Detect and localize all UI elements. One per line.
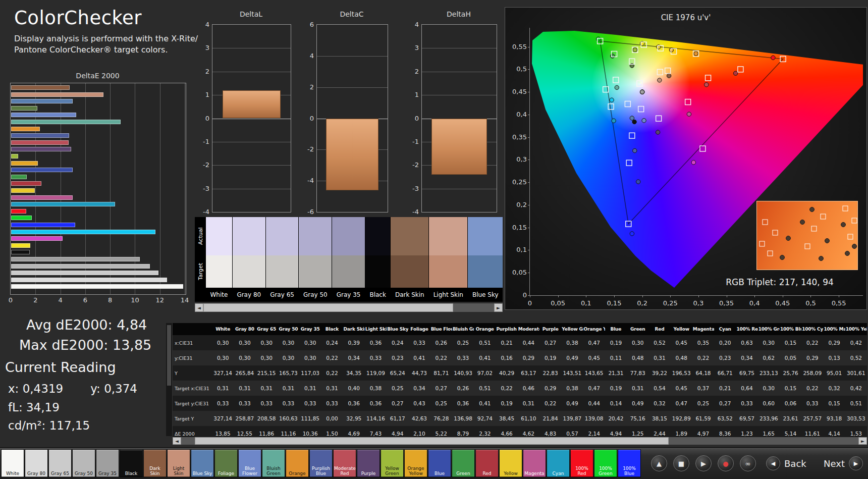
back-button[interactable]: ◀ Back xyxy=(766,456,806,470)
toolbar-swatch-cyan[interactable]: Cyan xyxy=(547,449,570,477)
scroll-left-button[interactable]: ◄ xyxy=(173,437,181,445)
compare-column[interactable]: Gray 65 xyxy=(266,217,299,302)
toolbar-swatch-100-green[interactable]: 100% Green xyxy=(594,449,617,477)
axis-tick-label: -2 xyxy=(400,161,419,169)
next-button[interactable]: Next ▶ xyxy=(824,456,863,470)
loop-button[interactable]: ∞ xyxy=(740,455,756,471)
delta-bar xyxy=(223,90,281,119)
table-cell: 0,15 xyxy=(823,396,845,411)
table-cell: 0,31 xyxy=(648,350,670,365)
toolbar-swatch-orange-yellow[interactable]: Orange Yellow xyxy=(404,449,427,477)
grid-line xyxy=(212,119,291,119)
axis-tick-label: 0,15 xyxy=(506,224,527,231)
inset-target-marker xyxy=(852,218,857,223)
scroll-track[interactable] xyxy=(181,437,858,445)
scroll-right-button[interactable]: ► xyxy=(494,303,503,312)
scroll-thumb[interactable] xyxy=(195,437,669,445)
table-cell: 0,36 xyxy=(365,396,387,411)
toolbar-swatch-dark-skin[interactable]: Dark Skin xyxy=(143,449,167,477)
eject-button[interactable]: ▲ xyxy=(651,455,667,471)
target-swatch xyxy=(429,255,467,288)
row-label: Target Y xyxy=(173,411,212,426)
toolbar-swatch-black[interactable]: Black xyxy=(120,449,143,477)
compare-column[interactable]: Black xyxy=(365,217,390,302)
axis-tick-label: 0,1 xyxy=(506,246,527,253)
column-header: Red xyxy=(648,323,670,335)
compare-scrollbar[interactable]: ◄ ► xyxy=(195,303,503,312)
max-de2000-readout: Max dE2000: 13,85 xyxy=(19,337,151,353)
table-cell: 0,13 xyxy=(823,350,845,365)
inset-target-marker xyxy=(804,244,810,249)
toolbar-swatch-gray-50[interactable]: Gray 50 xyxy=(72,449,95,477)
table-cell: 0,23 xyxy=(387,350,408,365)
table-cell: 0,33 xyxy=(321,396,343,411)
deltae-bar xyxy=(11,106,37,111)
toolbar-swatch-gray-80[interactable]: Gray 80 xyxy=(25,449,48,477)
stop-button[interactable]: ■ xyxy=(673,455,689,471)
toolbar-swatch-label: 100% Blue xyxy=(618,466,640,477)
axis-tick-label: 0,55 xyxy=(828,299,850,307)
scroll-right-button[interactable]: ► xyxy=(858,437,867,445)
toolbar-swatch-red[interactable]: Red xyxy=(475,449,499,477)
toolbar-swatch-magenta[interactable]: Magenta xyxy=(523,449,546,477)
scroll-left-button[interactable]: ◄ xyxy=(195,303,203,312)
toolbar-swatch-orange[interactable]: Orange xyxy=(286,449,309,477)
compare-column[interactable]: Dark Skin xyxy=(391,217,428,302)
axis-tick-label: -2 xyxy=(295,145,314,153)
compare-column[interactable]: Blue Sky xyxy=(468,217,503,302)
toolbar-swatch-yellow[interactable]: Yellow xyxy=(499,449,522,477)
toolbar-swatch-light-skin[interactable]: Light Skin xyxy=(167,449,190,477)
inset-measured-marker xyxy=(800,220,805,225)
toolbar-swatch-purple[interactable]: Purple xyxy=(357,449,380,477)
toolbar-swatch-blue-flower[interactable]: Blue Flower xyxy=(238,449,261,477)
deltae-bar xyxy=(11,133,69,138)
compare-column[interactable]: Gray 35 xyxy=(332,217,365,302)
axis-tick-label: -4 xyxy=(190,208,209,216)
table-cell: 0,62 xyxy=(758,350,780,365)
table-cell: 42,63 xyxy=(408,411,430,426)
swatch-label: Gray 50 xyxy=(299,288,332,302)
measured-marker xyxy=(612,119,616,123)
measured-marker xyxy=(733,71,737,75)
compare-column[interactable]: Light Skin xyxy=(429,217,467,302)
grid-line xyxy=(317,56,388,57)
table-cell: 208,58 xyxy=(256,411,278,426)
colorchecker-analysis-screen: { "header": { "title": "ColorChecker", "… xyxy=(0,0,868,479)
scroll-thumb[interactable] xyxy=(167,325,171,386)
table-cell: 215,15 xyxy=(256,365,278,381)
toolbar-swatch-moderate-red[interactable]: Moderate Red xyxy=(333,449,356,477)
compare-column[interactable]: White xyxy=(206,217,232,302)
table-cell: 0,19 xyxy=(496,396,517,411)
record-button[interactable]: ● xyxy=(718,455,734,471)
inset-target-marker xyxy=(811,226,817,232)
toolbar-swatch-100-red[interactable]: 100% Red xyxy=(570,449,593,477)
table-scrollbar[interactable]: ◄ ► xyxy=(173,437,867,445)
toolbar-swatch-gray-35[interactable]: Gray 35 xyxy=(96,449,119,477)
compare-column[interactable]: Gray 80 xyxy=(233,217,265,302)
toolbar-swatch-yellow-green[interactable]: Yellow Green xyxy=(381,449,404,477)
table-cell: 0,32 xyxy=(823,381,845,396)
table-vertical-scrollbar[interactable] xyxy=(166,323,173,436)
compare-column[interactable]: Gray 50 xyxy=(299,217,332,302)
scroll-thumb[interactable] xyxy=(203,303,453,312)
toolbar-swatch-blue[interactable]: Blue xyxy=(428,449,451,477)
table-cell: 0,30 xyxy=(234,335,255,350)
column-header: Dark Skin xyxy=(343,323,365,335)
toolbar-swatch-gray-65[interactable]: Gray 65 xyxy=(48,449,72,477)
deltae-bar xyxy=(11,113,76,117)
toolbar-swatch-bluish-green[interactable]: Bluish Green xyxy=(262,449,285,477)
scroll-track[interactable] xyxy=(203,303,494,312)
table-cell: 0,25 xyxy=(452,335,474,350)
toolbar-swatch-blue-sky[interactable]: Blue Sky xyxy=(191,449,214,477)
toolbar-swatch-white[interactable]: White xyxy=(1,449,24,477)
toolbar-swatch-100-blue[interactable]: 100% Blue xyxy=(618,449,641,477)
target-marker xyxy=(637,81,642,86)
play-button[interactable]: ▶ xyxy=(695,455,712,471)
toolbar-swatch-foliage[interactable]: Foliage xyxy=(214,449,238,477)
grid-line xyxy=(422,95,497,95)
axis-tick xyxy=(754,295,755,297)
table-cell: 192,89 xyxy=(671,411,692,426)
toolbar-swatch-green[interactable]: Green xyxy=(452,449,475,477)
deltae-bar xyxy=(11,127,40,131)
toolbar-swatch-purplish-blue[interactable]: Purplish Blue xyxy=(309,449,333,477)
